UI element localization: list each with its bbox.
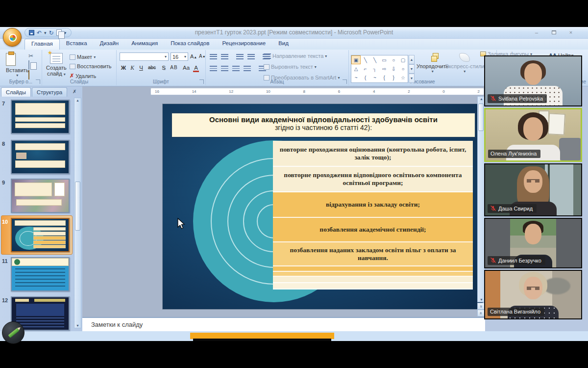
shape-line-icon[interactable]: ╲ (361, 55, 370, 64)
scroll-down-icon[interactable]: ▼ (74, 324, 81, 327)
align-left-button[interactable] (210, 66, 217, 71)
scroll-up-icon[interactable]: ▲ (74, 99, 81, 102)
slide-list[interactable]: повторне проходження оцінювання (контрол… (273, 141, 473, 289)
close-button[interactable]: × (564, 29, 577, 36)
minimize-button[interactable]: – (530, 29, 543, 36)
delete-slide-button[interactable]: ✗Удалить (70, 73, 96, 79)
paragraph-dialog-launcher[interactable] (343, 79, 347, 84)
group-font: ▾ 16▾ А▲ А▼ Ж К Ч abc S АВ Аа А Шрифт (117, 50, 206, 85)
gallery-more-icon[interactable]: ▼ (409, 74, 415, 83)
clipboard-dialog-launcher[interactable] (36, 79, 40, 84)
shape-elbow-arrow-icon[interactable]: ┐ (370, 64, 379, 73)
scrollbar-thumb[interactable] (75, 182, 80, 231)
text-direction-button[interactable]: Направление текста▾ (264, 53, 327, 59)
restore-button[interactable] (547, 29, 560, 36)
align-center-button[interactable] (221, 66, 228, 71)
video-tile-svitlana-petrovska[interactable]: Svitlana Petrovska (484, 55, 582, 106)
font-size-combobox[interactable]: 16▾ (171, 53, 188, 61)
tab-vstavka[interactable]: Вставка (60, 39, 94, 50)
slide-title-box[interactable]: Основні види академічної відповідальност… (171, 112, 476, 138)
shape-rounded-rect-icon[interactable]: ▢ (398, 55, 408, 64)
font-name-combobox[interactable]: ▾ (120, 53, 169, 61)
slide-thumbnail-9[interactable]: 9 (0, 179, 74, 215)
slide-thumbnail-10-selected[interactable]: 10 (0, 218, 74, 254)
bold-button[interactable]: Ж (120, 65, 127, 71)
shape-rectangle-icon[interactable]: ▭ (379, 55, 389, 64)
notes-pane[interactable]: Заметки к слайду (82, 317, 485, 331)
slide-thumbnail-11[interactable]: 11 (0, 257, 74, 293)
slide-canvas[interactable]: Основні види академічної відповідальност… (162, 104, 483, 310)
bullets-button[interactable] (210, 54, 217, 59)
new-slide-button[interactable]: Создатьслайд ▾ (46, 53, 67, 77)
video-tile-daniil-bezruchko[interactable]: Даниил Безручко (484, 218, 582, 268)
gallery-down-icon[interactable]: ▼ (409, 64, 415, 74)
text-direction-icon (264, 53, 271, 59)
cut-button[interactable]: ✂ (28, 53, 33, 59)
justify-button[interactable] (244, 66, 251, 71)
slides-pane-scrollbar[interactable]: ▲ ▼ (74, 98, 81, 328)
shape-scribble-icon[interactable]: ~ (351, 74, 361, 82)
reset-icon (70, 64, 75, 69)
horizontal-ruler[interactable]: 1614 1210 86 42 02 (150, 88, 484, 95)
new-slide-icon (50, 53, 63, 64)
shape-star-icon[interactable]: ☆ (398, 74, 408, 82)
grow-font-button[interactable]: А▲ (190, 53, 197, 59)
paste-button[interactable]: Вставить ▾ (6, 53, 29, 78)
decrease-indent-button[interactable] (236, 54, 244, 59)
tab-retsenzirovanie[interactable]: Рецензирование (216, 39, 272, 50)
gallery-up-icon[interactable]: ▲ (409, 55, 415, 64)
tab-vid[interactable]: Вид (272, 39, 295, 50)
pane-close-icon[interactable]: ✗ (73, 89, 76, 94)
underline-button[interactable]: Ч (137, 65, 145, 71)
strikethrough-button[interactable]: abc (146, 65, 158, 70)
italic-button[interactable]: К (128, 65, 136, 71)
format-painter-button[interactable] (28, 71, 29, 79)
office-button[interactable] (3, 28, 22, 47)
tab-glavnaya[interactable]: Главная (24, 39, 60, 50)
quick-styles-button[interactable]: Экспресс-стили ▾ (445, 53, 484, 74)
slide-thumbnail-7[interactable]: 7 (0, 100, 74, 136)
shapes-gallery-scrollbar[interactable]: ▲ ▼ ▼ (409, 55, 415, 83)
shape-brace-left-icon[interactable]: { (379, 74, 389, 82)
character-spacing-button[interactable]: АВ (169, 65, 179, 70)
shape-oval-icon[interactable]: ○ (389, 55, 398, 64)
shape-elbow-icon[interactable]: ⌐ (361, 64, 370, 73)
text-shadow-button[interactable]: S (160, 65, 168, 71)
video-tile-svitlana-vyhanyailo[interactable]: Світлана Виганяйло (484, 270, 582, 319)
arrange-button[interactable]: Упорядочить ▾ (416, 53, 448, 74)
scrollbar-thumb[interactable] (478, 104, 484, 131)
reset-button[interactable]: Восстановить (70, 63, 111, 69)
tab-outline-pane[interactable]: Структура (32, 87, 67, 97)
copy-button[interactable] (28, 61, 29, 70)
shapes-gallery[interactable]: ▣ ╲ ╲ ▭ ○ ▢ △ ⌐ ┐ ⇨ ⇩ ○ ~ ( ~ { } ☆ (351, 55, 408, 83)
video-tile-olena-lukyanykhina[interactable]: Олена Лук'янихіна (484, 108, 582, 162)
align-right-button[interactable] (232, 66, 240, 71)
shape-curve-icon[interactable]: ~ (370, 74, 379, 82)
thumbnail-preview (12, 101, 69, 133)
tab-pokaz-slaidov[interactable]: Показ слайдов (164, 39, 216, 50)
change-case-button[interactable]: Аа (181, 65, 191, 71)
shape-triangle-icon[interactable]: △ (351, 64, 361, 73)
numbering-button[interactable] (221, 54, 228, 59)
increase-indent-button[interactable] (247, 54, 255, 59)
shape-right-arrow-icon[interactable]: ⇨ (379, 64, 389, 73)
mouse-cursor (177, 218, 185, 230)
slide-thumbnail-8[interactable]: 8 (0, 140, 74, 176)
tab-animatsiya[interactable]: Анимация (125, 39, 164, 50)
video-tile-dasha-svyryd[interactable]: Даша Свирид (484, 163, 582, 216)
shape-down-arrow-icon[interactable]: ⇩ (389, 64, 398, 73)
shape-arrow-line-icon[interactable]: ╲ (370, 55, 379, 64)
align-text-button[interactable]: Выровнять текст▾ (264, 64, 317, 70)
layout-button[interactable]: Макет▾ (70, 54, 96, 60)
shape-cloud-icon[interactable]: ○ (398, 64, 408, 73)
list-item: повторне проходження відповідного освітн… (273, 167, 473, 192)
tab-slides-pane[interactable]: Слайды (1, 87, 31, 97)
shape-arc-icon[interactable]: ( (361, 74, 370, 82)
font-dialog-launcher[interactable] (199, 79, 204, 84)
font-color-button[interactable]: А (193, 65, 199, 72)
shape-brace-right-icon[interactable]: } (389, 74, 398, 82)
annotation-pencil-button[interactable] (2, 321, 24, 344)
shrink-font-button[interactable]: А▼ (199, 53, 206, 59)
shape-textbox-icon[interactable]: ▣ (351, 55, 361, 64)
tab-dizain[interactable]: Дизайн (94, 39, 125, 50)
